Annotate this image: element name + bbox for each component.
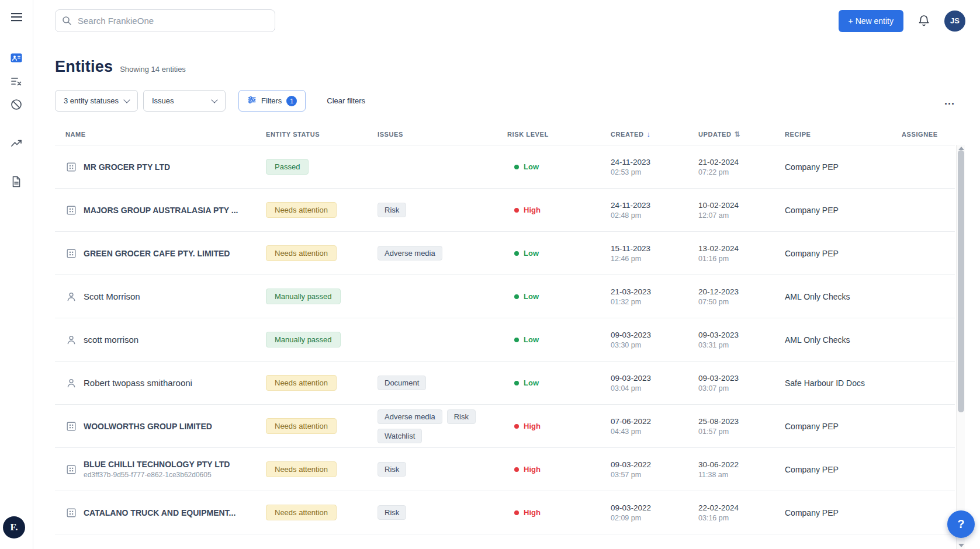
risk-dot [514,381,519,385]
risk-dot [514,338,519,342]
clear-filters-link[interactable]: Clear filters [327,96,365,105]
page-header: Entities Showing 14 entities [33,32,980,76]
sidebar-item-entities[interactable] [5,47,28,71]
issues-cell: Document [378,376,503,390]
time-value: 03:16 pm [698,514,729,522]
document-icon [10,175,23,190]
date-value: 10-02-2024 [698,201,739,210]
sort-desc-icon[interactable]: ↓ [647,130,651,138]
time-value: 01:32 pm [611,298,641,306]
time-value: 01:57 pm [698,428,729,436]
sort-toggle-icon[interactable]: ⇅ [735,130,741,138]
page-title: Entities [55,58,113,76]
date-value: 09-03-2023 [611,331,651,339]
scrollbar[interactable] [956,145,965,549]
company-icon [65,248,77,259]
risk-label: Low [524,249,539,258]
table-row[interactable]: WOOLWORTHS GROUP LIMITEDNeeds attentionA… [55,405,955,448]
notifications-bell-icon[interactable] [917,14,930,27]
issue-chip: Risk [378,203,406,217]
risk-cell: Low [507,378,611,387]
entity-name[interactable]: Scott Morrison [84,291,140,301]
person-icon [65,291,77,303]
entity-name[interactable]: WOOLWORTHS GROUP LIMITED [84,422,212,431]
issue-chip: Risk [378,505,406,520]
col-issues[interactable]: ISSUES [378,131,507,138]
entity-name[interactable]: CATALANO TRUCK AND EQUIPMENT... [84,508,236,517]
new-entity-button[interactable]: + New entity [839,10,903,32]
table-row[interactable]: GREEN GROCER CAFE PTY. LIMITEDNeeds atte… [55,232,955,275]
risk-label: Low [524,292,539,301]
entity-name[interactable]: BLUE CHILLI TECHNOLOGY PTY LTD [84,460,230,469]
col-label: ENTITY STATUS [266,131,320,138]
time-value: 02:53 pm [611,168,641,176]
person-icon [65,377,77,389]
sidebar: F. [0,0,33,549]
issues-cell: Risk [378,505,503,520]
filters-count-badge: 1 [286,96,297,106]
table-row[interactable]: Scott MorrisonManually passedLow21-03-20… [55,275,955,318]
status-badge: Needs attention [266,245,337,261]
search-input[interactable] [55,9,275,32]
issue-chip: Watchlist [378,429,422,443]
table-row[interactable]: scott morrisonManually passedLow09-03-20… [55,318,955,362]
col-updated[interactable]: UPDATED⇅ [698,130,785,138]
sidebar-item-blocklist[interactable] [5,94,28,117]
entity-name[interactable]: MAJORS GROUP AUSTRALASIA PTY ... [84,206,238,215]
col-recipe[interactable]: RECIPE [785,131,902,138]
risk-label: Low [524,378,539,387]
created-cell: 21-03-202301:32 pm [611,287,698,306]
time-value: 11:38 am [698,471,728,479]
checklist-icon [10,75,23,90]
risk-cell: High [507,508,611,517]
user-avatar[interactable]: JS [944,11,965,32]
created-cell: 24-11-202302:48 pm [611,201,698,220]
updated-cell: 13-02-202401:16 pm [698,244,785,263]
entity-id: ed3ff37b-9d55-f777-e862-1ce3b62d0605 [84,471,230,479]
col-risk-level[interactable]: RISK LEVEL [507,131,611,138]
issues-cell: Risk [378,203,503,217]
sidebar-item-checklist[interactable] [5,71,28,94]
hamburger-icon[interactable] [11,13,22,24]
table-row[interactable]: BLUE CHILLI TECHNOLOGY PTY LTDed3ff37b-9… [55,448,955,491]
col-name[interactable]: NAME [65,131,266,138]
risk-label: Low [524,335,539,344]
col-created[interactable]: CREATED↓ [611,130,698,138]
risk-cell: High [507,422,611,430]
table-row[interactable]: Robert twopass smitharooniNeeds attentio… [55,362,955,405]
col-assignee[interactable]: ASSIGNEE [902,131,955,138]
issue-chip: Adverse media [378,246,442,260]
entity-name[interactable]: scott morrison [84,335,138,345]
table-row[interactable]: MR GROCER PTY LTDPassedLow24-11-202302:5… [55,145,955,189]
table-row[interactable]: MAJORS GROUP AUSTRALASIA PTY ...Needs at… [55,189,955,232]
help-button[interactable]: ? [947,510,975,538]
company-icon [65,421,77,432]
col-label: ASSIGNEE [902,131,938,138]
sidebar-item-analytics[interactable] [5,133,28,156]
col-entity-status[interactable]: ENTITY STATUS [266,131,378,138]
risk-cell: High [507,465,611,474]
status-cell: Manually passed [266,332,378,348]
date-value: 09-03-2023 [698,374,739,383]
risk-label: High [524,422,541,430]
scrollbar-thumb[interactable] [958,150,964,412]
status-badge: Needs attention [266,461,337,477]
issues-dropdown[interactable]: Issues [143,90,226,112]
entity-name[interactable]: GREEN GROCER CAFE PTY. LIMITED [84,249,230,258]
entity-name[interactable]: MR GROCER PTY LTD [84,162,170,172]
contact-card-icon [10,51,23,67]
entity-statuses-dropdown[interactable]: 3 entity statuses [55,90,138,112]
entity-name[interactable]: Robert twopass smitharooni [84,378,192,388]
scroll-down-icon[interactable] [958,544,964,547]
col-label: NAME [65,131,86,138]
filters-button[interactable]: Filters 1 [238,90,306,112]
search [55,9,275,32]
recipe-cell: Safe Harbour ID Docs [785,378,902,388]
sidebar-item-documents[interactable] [5,171,28,194]
risk-cell: High [507,206,611,214]
more-options-button[interactable]: ... [944,98,955,104]
table-row[interactable]: CATALANO TRUCK AND EQUIPMENT...Needs att… [55,491,955,534]
name-cell: MR GROCER PTY LTD [65,161,266,173]
col-label: CREATED [611,131,644,138]
frankieone-logo[interactable]: F. [3,516,25,538]
